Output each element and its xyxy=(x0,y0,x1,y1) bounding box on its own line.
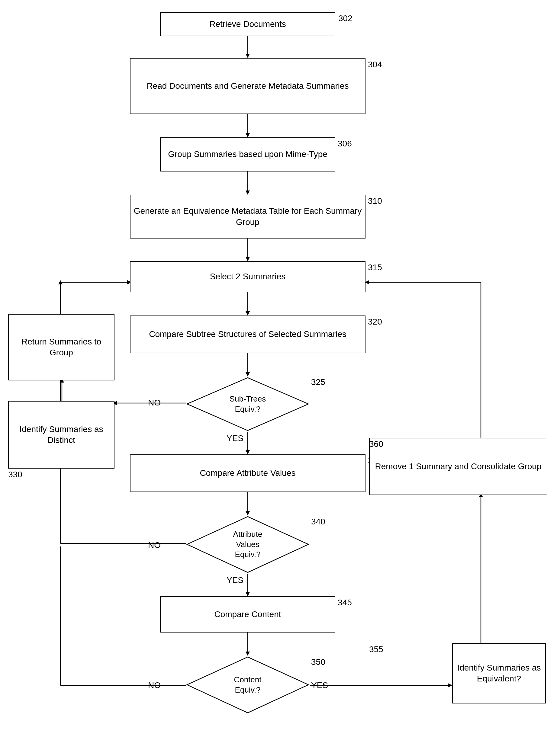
svg-marker-24 xyxy=(58,280,62,284)
identify-equiv-box: Identify Summaries as Equivalent? xyxy=(452,643,546,703)
return-group-box: Return Summaries to Group xyxy=(8,314,115,381)
ref-340: 340 xyxy=(311,517,325,526)
compare-content-box: Compare Content xyxy=(160,596,335,633)
svg-marker-9 xyxy=(245,311,250,315)
compare-attr-box: Compare Attribute Values xyxy=(130,454,365,492)
ref-345: 345 xyxy=(338,598,352,607)
ref-330: 330 xyxy=(8,470,22,479)
yes-label-content: YES xyxy=(311,681,328,690)
svg-marker-17 xyxy=(245,511,250,515)
retrieve-box: Retrieve Documents xyxy=(160,12,335,36)
compare-subtree-box: Compare Subtree Structures of Selected S… xyxy=(130,315,365,353)
flowchart-diagram: Retrieve Documents 302 Read Documents an… xyxy=(0,0,557,756)
ref-310: 310 xyxy=(368,196,382,206)
remove-consolidate-box: Remove 1 Summary and Consolidate Group xyxy=(369,438,547,495)
ref-306: 306 xyxy=(338,139,352,149)
group-box: Group Summaries based upon Mime-Type xyxy=(160,138,335,172)
svg-marker-11 xyxy=(245,372,250,376)
svg-marker-1 xyxy=(245,54,250,58)
svg-marker-13 xyxy=(245,450,250,454)
subtrees-diamond: Sub-Trees Equiv.? xyxy=(186,376,310,432)
no-label-attr: NO xyxy=(148,540,161,550)
ref-325: 325 xyxy=(311,377,325,387)
ref-315: 315 xyxy=(368,263,382,272)
yes-label-subtrees: YES xyxy=(227,433,243,443)
svg-marker-7 xyxy=(245,257,250,261)
svg-marker-19 xyxy=(245,592,250,596)
ref-350: 350 xyxy=(311,657,325,667)
no-label-subtrees: NO xyxy=(148,398,161,407)
svg-marker-3 xyxy=(245,133,250,138)
ref-355: 355 xyxy=(369,644,383,654)
identify-distinct-box: Identify Summaries as Distinct xyxy=(8,401,115,468)
ref-320: 320 xyxy=(368,317,382,327)
svg-marker-21 xyxy=(245,652,250,656)
select-box: Select 2 Summaries xyxy=(130,261,365,292)
content-diamond: Content Equiv.? xyxy=(186,656,310,714)
yes-label-attr: YES xyxy=(227,575,243,585)
svg-marker-39 xyxy=(365,280,369,284)
ref-302: 302 xyxy=(338,13,352,23)
ref-304: 304 xyxy=(368,60,382,69)
svg-marker-34 xyxy=(448,683,452,688)
attr-diamond: Attribute Values Equiv.? xyxy=(186,515,310,574)
read-box: Read Documents and Generate Metadata Sum… xyxy=(130,58,365,114)
generate-box: Generate an Equivalence Metadata Table f… xyxy=(130,195,365,239)
ref-360: 360 xyxy=(369,439,383,449)
no-label-content: NO xyxy=(148,681,161,690)
svg-marker-5 xyxy=(245,190,250,195)
